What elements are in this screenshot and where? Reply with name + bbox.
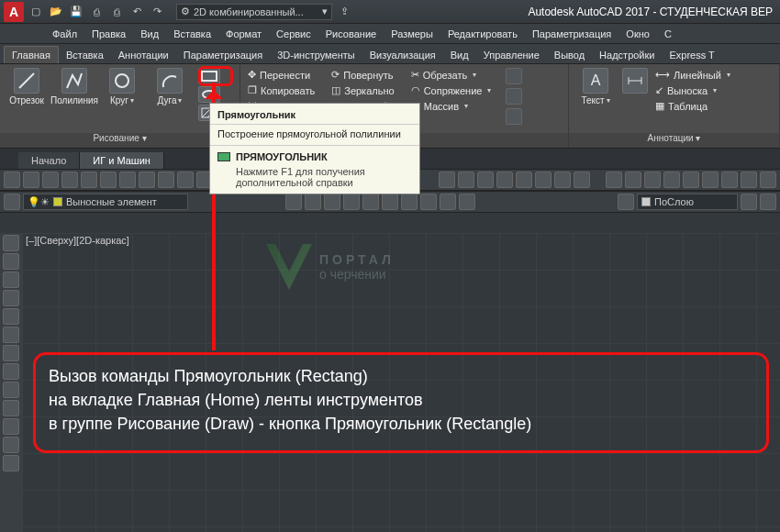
qat-saveas-icon[interactable]: ⎙ (88, 4, 105, 20)
qat-redo-icon[interactable]: ↷ (149, 4, 165, 20)
tb-icon[interactable] (683, 172, 699, 188)
lt-line-icon[interactable] (3, 235, 19, 251)
tb-icon[interactable] (139, 172, 155, 188)
bylayer-combo[interactable]: ПоСлою (637, 194, 738, 210)
ribbon-tab-3d[interactable]: 3D-инструменты (270, 47, 362, 63)
arc-button[interactable]: Дуга (149, 68, 191, 105)
tb-icon[interactable] (440, 194, 456, 210)
tb-icon[interactable] (760, 194, 776, 210)
tb-icon[interactable] (324, 194, 340, 210)
tb-icon[interactable] (61, 172, 78, 188)
qat-undo-icon[interactable]: ↶ (128, 4, 145, 20)
panel-draw-title[interactable]: Рисование ▾ (0, 133, 240, 148)
tb-icon[interactable] (496, 172, 513, 188)
tb-icon[interactable] (4, 172, 20, 188)
array-button[interactable]: ▦Массив (409, 99, 494, 113)
menu-format[interactable]: Формат (219, 27, 268, 41)
tb-icon[interactable] (158, 172, 174, 188)
ribbon-tab-express[interactable]: Express T (662, 47, 721, 63)
panel-anno-title[interactable]: Аннотации ▾ (569, 133, 779, 148)
lt-rect-icon[interactable] (3, 308, 19, 325)
tb-icon[interactable] (177, 172, 194, 188)
lt-pline-icon[interactable] (3, 272, 19, 288)
tb-icon[interactable] (554, 172, 571, 188)
tb-icon[interactable] (23, 172, 39, 188)
ribbon-tab-visual[interactable]: Визуализация (362, 47, 443, 63)
modify-misc-icon[interactable] (506, 68, 522, 84)
lt-xline-icon[interactable] (3, 253, 19, 270)
qat-open-icon[interactable]: 📂 (48, 4, 64, 20)
tb-icon[interactable] (420, 194, 437, 210)
tb-icon[interactable] (721, 172, 738, 188)
rotate-button[interactable]: ⟳Повернуть (329, 68, 396, 82)
tb-icon[interactable] (100, 172, 117, 188)
ribbon-tab-home[interactable]: Главная (4, 46, 59, 63)
lt-spline-icon[interactable] (3, 363, 19, 380)
tb-icon[interactable] (644, 172, 661, 188)
menu-dim[interactable]: Размеры (384, 27, 440, 41)
doc-tab-start[interactable]: Начало (18, 152, 80, 169)
tb-icon[interactable] (439, 172, 455, 188)
lt-arc-icon[interactable] (3, 327, 19, 343)
tb-icon[interactable] (285, 194, 302, 210)
qat-new-icon[interactable]: ▢ (28, 4, 44, 20)
polyline-button[interactable]: Полилиния (53, 68, 95, 105)
menu-tools[interactable]: Сервис (270, 27, 318, 41)
line-button[interactable]: Отрезок (6, 68, 48, 105)
tb-icon[interactable] (458, 172, 474, 188)
trim-button[interactable]: ✂Обрезать (409, 68, 494, 82)
qat-share-icon[interactable]: ⇪ (336, 4, 352, 20)
tb-icon[interactable] (618, 194, 634, 210)
text-button[interactable]: A Текст (574, 68, 617, 105)
ribbon-tab-manage[interactable]: Управление (476, 47, 547, 63)
tb-icon[interactable] (343, 194, 360, 210)
ribbon-tab-output[interactable]: Вывод (547, 47, 592, 63)
lt-text-icon[interactable] (3, 455, 19, 471)
move-button[interactable]: ✥Перенести (246, 68, 317, 82)
copy-button[interactable]: ❐Копировать (246, 83, 317, 97)
lt-circle-icon[interactable] (3, 345, 19, 361)
tb-icon[interactable] (606, 172, 622, 188)
layer-combo[interactable]: 💡☀ Выносные элемент (23, 194, 188, 210)
menu-help[interactable]: С (658, 27, 678, 41)
lt-region-icon[interactable] (3, 437, 19, 453)
tb-icon[interactable] (362, 194, 379, 210)
tb-icon[interactable] (516, 172, 532, 188)
qat-plot-icon[interactable]: ⎙ (108, 4, 125, 20)
tb-icon[interactable] (477, 172, 494, 188)
tb-icon[interactable] (305, 194, 321, 210)
tb-icon[interactable] (741, 194, 757, 210)
menu-window[interactable]: Окно (619, 27, 656, 41)
menu-param[interactable]: Параметризация (526, 27, 618, 41)
mirror-button[interactable]: ◫Зеркально (329, 83, 396, 97)
menu-file[interactable]: Файл (46, 27, 84, 41)
lt-hatch-icon[interactable] (3, 400, 19, 416)
menu-insert[interactable]: Вставка (167, 27, 217, 41)
menu-modify[interactable]: Редактировать (441, 27, 524, 41)
tb-icon[interactable] (760, 172, 776, 188)
tb-icon[interactable] (459, 194, 475, 210)
layer-props-icon[interactable] (4, 194, 20, 210)
tb-icon[interactable] (42, 172, 59, 188)
app-logo[interactable]: A (4, 2, 24, 22)
lt-point-icon[interactable] (3, 418, 19, 435)
table-button[interactable]: ▦Таблица (653, 99, 732, 113)
menu-view[interactable]: Вид (134, 27, 165, 41)
linear-button[interactable]: ⟷Линейный (653, 68, 732, 82)
viewport-label[interactable]: [–][Сверху][2D-каркас] (26, 235, 129, 246)
tb-icon[interactable] (81, 172, 97, 188)
tb-icon[interactable] (702, 172, 719, 188)
qat-save-icon[interactable]: 💾 (68, 4, 84, 20)
workspace-combo[interactable]: ⚙ 2D комбинированный... ▾ (176, 4, 332, 20)
ribbon-tab-addins[interactable]: Надстройки (592, 47, 662, 63)
lt-ellipse-icon[interactable] (3, 382, 19, 398)
modify-misc-icon[interactable] (506, 88, 522, 105)
menu-edit[interactable]: Правка (85, 27, 132, 41)
tb-icon[interactable] (625, 172, 641, 188)
ribbon-tab-annotate[interactable]: Аннотации (111, 47, 176, 63)
tb-icon[interactable] (535, 172, 552, 188)
leader-button[interactable]: ↙Выноска (653, 83, 732, 97)
ribbon-tab-param[interactable]: Параметризация (176, 47, 270, 63)
menu-draw[interactable]: Рисование (319, 27, 383, 41)
tb-icon[interactable] (119, 172, 136, 188)
